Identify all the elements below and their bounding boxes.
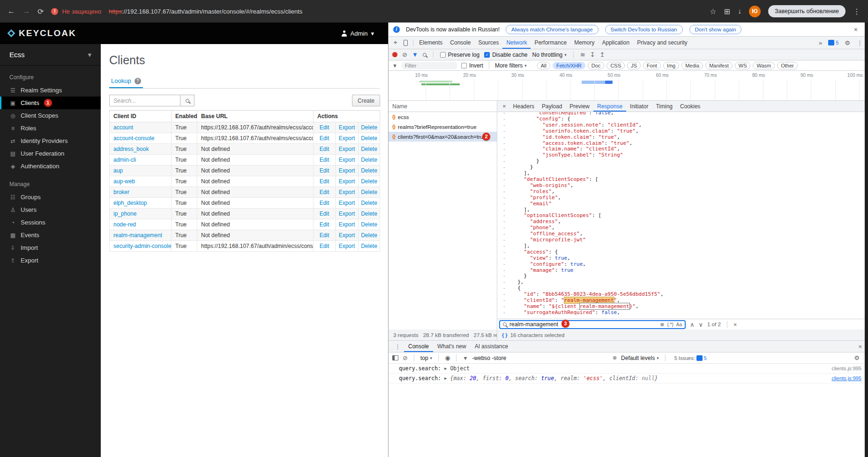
extensions-icon[interactable]: ⊞	[724, 7, 730, 16]
edit-link[interactable]: Edit	[320, 135, 329, 142]
client-id-link[interactable]: elph_desktop	[113, 200, 147, 206]
delete-link[interactable]: Delete	[361, 232, 377, 239]
export-link[interactable]: Export	[339, 232, 355, 239]
sidebar-item-import[interactable]: ⇩ Import	[0, 241, 101, 254]
sidebar-item-events[interactable]: ▦ Events	[0, 229, 101, 241]
back-icon[interactable]: ←	[7, 7, 15, 15]
client-id-link[interactable]: address_book	[113, 146, 149, 152]
network-filter-input[interactable]	[401, 62, 457, 69]
filter-chip-Other[interactable]: Other	[777, 62, 798, 69]
detail-tab-Payload[interactable]: Payload	[538, 101, 566, 112]
more-tabs-icon[interactable]: »	[816, 39, 825, 46]
export-har-icon[interactable]: ↥	[600, 51, 605, 58]
notification-button[interactable]: Switch DevTools to Russian	[605, 25, 683, 34]
clear-search-icon[interactable]: ⊗	[660, 322, 664, 328]
edit-link[interactable]: Edit	[320, 167, 329, 174]
search-input[interactable]	[109, 95, 180, 106]
column-header-base-url[interactable]: Base URL	[197, 111, 314, 122]
delete-link[interactable]: Delete	[361, 200, 377, 206]
downloads-icon[interactable]: ↓	[738, 7, 741, 15]
filter-chip-JS[interactable]: JS	[627, 62, 641, 69]
devtools-tab-Performance[interactable]: Performance	[531, 37, 570, 49]
notification-button[interactable]: Don't show again	[689, 25, 742, 34]
delete-link[interactable]: Delete	[361, 146, 377, 152]
security-warning-label[interactable]: Не защищено	[62, 8, 101, 15]
response-search-input[interactable]	[509, 321, 657, 328]
drawer-tab-AI assistance[interactable]: AI assistance	[471, 341, 512, 352]
detail-tab-Headers[interactable]: Headers	[509, 101, 538, 112]
clear-network-icon[interactable]: ⊘	[402, 51, 407, 58]
profile-avatar[interactable]: Ю	[749, 6, 761, 17]
export-link[interactable]: Export	[339, 243, 355, 249]
client-id-link[interactable]: aup-web	[113, 178, 135, 185]
reload-icon[interactable]: ⟳	[37, 7, 44, 16]
case-sensitive-toggle[interactable]: Aa	[676, 322, 682, 327]
regex-toggle[interactable]: (.*)	[667, 322, 673, 327]
sidebar-item-roles[interactable]: ≡ Roles	[0, 122, 101, 135]
create-button[interactable]: Create	[352, 95, 380, 106]
column-header-enabled[interactable]: Enabled	[172, 111, 197, 122]
expand-triangle-icon[interactable]: ▶	[444, 376, 447, 381]
devtools-tab-Application[interactable]: Application	[598, 37, 633, 49]
sidebar-item-export[interactable]: ⇧ Export	[0, 254, 101, 267]
export-link[interactable]: Export	[339, 221, 355, 228]
record-icon[interactable]	[392, 52, 397, 57]
client-id-link[interactable]: node-red	[113, 221, 136, 228]
delete-link[interactable]: Delete	[361, 157, 377, 163]
response-code[interactable]: - "consentRequired": false,- "config": {…	[497, 112, 868, 319]
close-search-icon[interactable]: ×	[733, 321, 737, 328]
edit-link[interactable]: Edit	[320, 221, 329, 228]
sidebar-item-groups[interactable]: ☷ Groups	[0, 191, 101, 203]
sidebar-item-user-federation[interactable]: ▤ User Federation	[0, 147, 101, 160]
export-link[interactable]: Export	[339, 135, 355, 142]
request-row[interactable]: {} realms?briefRepresentation=true	[389, 122, 497, 132]
delete-link[interactable]: Delete	[361, 124, 377, 131]
detail-tab-Timing[interactable]: Timing	[652, 101, 676, 112]
forward-icon[interactable]: →	[22, 7, 30, 15]
console-settings-gear-icon[interactable]: ⚙	[854, 354, 860, 361]
network-timeline[interactable]: 10 ms20 ms30 ms40 ms50 ms60 ms70 ms80 ms…	[389, 71, 868, 101]
console-object-preview[interactable]: {max: 20, first: 0, search: true, realm:…	[450, 375, 658, 382]
detail-tab-Preview[interactable]: Preview	[566, 101, 593, 112]
delete-link[interactable]: Delete	[361, 189, 377, 195]
filter-chip-Media[interactable]: Media	[681, 62, 703, 69]
drawer-tab-Console[interactable]: Console	[404, 341, 433, 352]
inspect-element-icon[interactable]: ⌖	[390, 39, 400, 46]
detail-tab-Initiator[interactable]: Initiator	[626, 101, 652, 112]
issues-badge[interactable]: 5 Issues: 5	[672, 355, 710, 361]
realm-selector[interactable]: Ecss ▾	[0, 44, 101, 66]
close-notification-icon[interactable]: ×	[854, 26, 858, 33]
filter-chip-CSS[interactable]: CSS	[606, 62, 625, 69]
sidebar-item-identity-providers[interactable]: ⇄ Identity Providers	[0, 135, 101, 147]
delete-link[interactable]: Delete	[361, 243, 377, 249]
clear-filter-icon[interactable]: ⊗	[613, 355, 617, 361]
filter-chip-WS[interactable]: WS	[735, 62, 751, 69]
console-source[interactable]: clients.js:995	[831, 366, 861, 371]
export-link[interactable]: Export	[339, 178, 355, 185]
export-link[interactable]: Export	[339, 189, 355, 195]
request-row[interactable]: {} clients?first=0&max=20&search=true 2	[389, 132, 497, 142]
help-icon[interactable]: ?	[135, 78, 141, 84]
devtools-tab-Memory[interactable]: Memory	[570, 37, 598, 49]
column-header-client-id[interactable]: Client ID	[110, 111, 172, 122]
export-link[interactable]: Export	[339, 200, 355, 206]
export-link[interactable]: Export	[339, 210, 355, 217]
device-toolbar-icon[interactable]	[400, 40, 411, 46]
preserve-log-checkbox[interactable]: Preserve log	[440, 52, 479, 58]
invert-checkbox[interactable]: Invert	[461, 62, 483, 69]
client-id-link[interactable]: ip_phone	[113, 210, 136, 217]
console-object[interactable]: Object	[450, 365, 470, 372]
edit-link[interactable]: Edit	[320, 189, 329, 195]
url-bar[interactable]: https://192.168.107.67/auth/admin/master…	[109, 8, 302, 15]
expand-triangle-icon[interactable]: ▶	[444, 366, 447, 371]
notification-button[interactable]: Always match Chrome's language	[506, 25, 599, 34]
console-source-link[interactable]: clients.js:995	[831, 375, 861, 381]
delete-link[interactable]: Delete	[361, 167, 377, 174]
sidebar-item-users[interactable]: ♙ Users	[0, 203, 101, 216]
finish-update-button[interactable]: Завершить обновление	[768, 5, 846, 17]
next-match-icon[interactable]: ∨	[699, 321, 703, 328]
edit-link[interactable]: Edit	[320, 157, 329, 163]
sidebar-item-realm-settings[interactable]: ☰ Realm Settings	[0, 84, 101, 97]
devtools-tab-Sources[interactable]: Sources	[474, 37, 502, 49]
edit-link[interactable]: Edit	[320, 232, 329, 239]
